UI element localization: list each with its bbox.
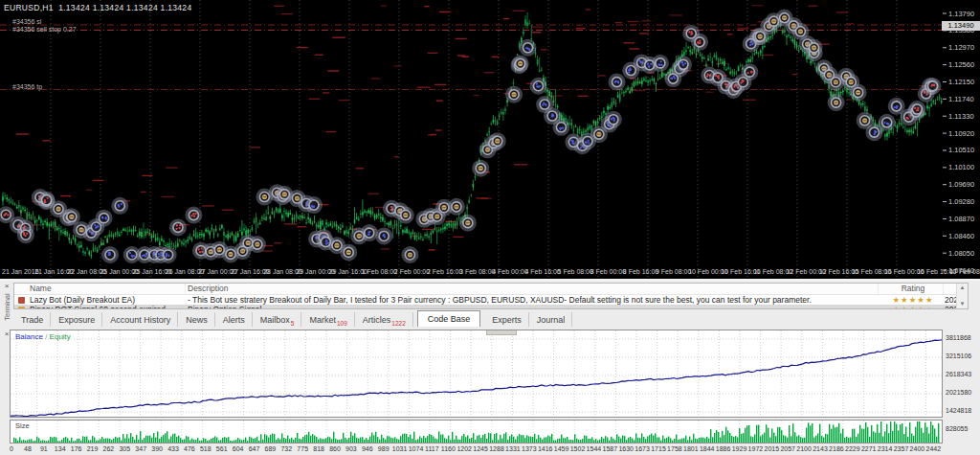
time-tick-label: 8 Feb 16:00	[623, 268, 658, 275]
terminal-side-strip: × Terminal	[0, 281, 13, 329]
scroll-up-icon[interactable]: ▲	[957, 284, 968, 292]
column-header-name[interactable]: Name	[30, 284, 52, 294]
star-filled-icon: ★	[892, 305, 901, 309]
splitter-grip[interactable]	[486, 330, 517, 335]
price-tick-label: 1.10510	[948, 146, 974, 154]
price-tick-label: 1.12560	[948, 60, 974, 69]
trade-tick-label: 176	[71, 445, 82, 452]
column-header-rating[interactable]: Rating	[880, 284, 946, 294]
tab-label: Experts	[492, 315, 522, 325]
column-header-description[interactable]: Description	[188, 284, 877, 294]
star-filled-icon: ★	[917, 305, 925, 309]
trade-tick-label: 2143	[813, 445, 828, 452]
time-tick-label: 3 Feb 08:00	[459, 268, 495, 275]
terminal-vertical-label: Terminal	[3, 288, 11, 327]
ea-file-icon	[18, 297, 25, 304]
trade-tick-label: 647	[249, 445, 260, 452]
tab-label: Mailbox	[260, 315, 290, 325]
balance-tick-label: 2021580	[946, 389, 980, 396]
star-filled-icon: ★	[917, 295, 925, 305]
trade-tick-label: 134	[55, 445, 66, 452]
trade-tick-label: 91	[40, 445, 48, 452]
trade-tick-label: 1202	[457, 445, 472, 452]
time-tick-label: 2 Feb 16:00	[427, 268, 462, 275]
star-filled-icon: ★	[892, 295, 901, 305]
current-price-badge: 1.13490	[942, 21, 980, 31]
trade-tick-label: 305	[119, 445, 130, 452]
trade-tick-label: 946	[362, 445, 373, 452]
ea-name: Lazy Bot (Daily Breakout EA)	[30, 295, 135, 305]
trade-tick-label: 1544	[587, 445, 602, 452]
trade-tick-label: 1630	[618, 445, 634, 452]
tab-label: Market	[309, 315, 336, 325]
time-tick-label: 1 Feb 08:00	[362, 268, 397, 275]
tab-count-badge: 109	[337, 320, 347, 327]
trade-tick-label: 818	[313, 445, 324, 452]
order-line-label: #34356 sell stop 0.27	[12, 26, 77, 33]
trade-tick-label: 989	[378, 445, 390, 452]
time-tick-label: 4 Feb 16:00	[524, 268, 560, 275]
time-tick-label: 4 Feb 00:00	[492, 268, 527, 275]
trade-tick-label: 2314	[878, 445, 893, 452]
table-row[interactable]: Binary DOT Signal 60 second expiredBinar…	[14, 305, 968, 309]
time-tick-label: 21 Jan 2016	[2, 268, 39, 275]
tab-label: News	[186, 315, 208, 325]
column-divider	[185, 284, 186, 294]
balance-tick-label: 2618343	[946, 371, 980, 377]
size-histogram-panel[interactable]: Size	[10, 420, 943, 444]
trade-tick-label: 1459	[554, 445, 569, 452]
balance-graph-panel[interactable]: Balance / Equity	[10, 330, 943, 418]
trade-tick-label: 1587	[603, 445, 618, 452]
price-chart-panel[interactable]: 1.137901.133801.129701.125601.121501.117…	[0, 0, 980, 279]
balance-tick-label: 3811868	[946, 334, 980, 341]
trade-tick-label: 2015	[765, 445, 780, 452]
trade-tick-label: 433	[167, 445, 179, 452]
trade-tick-label: 1117	[425, 445, 439, 452]
trade-tick-label: 689	[265, 445, 277, 452]
tab-label: Exposure	[58, 315, 95, 325]
trade-tick-label: 2229	[845, 445, 860, 452]
trade-tick-label: 903	[345, 445, 357, 452]
scroll-down-icon[interactable]: ▼	[957, 300, 968, 308]
trade-tick-label: 262	[103, 445, 115, 452]
price-tick-label: 1.11740	[948, 95, 974, 103]
trade-tick-label: 1160	[441, 445, 456, 452]
order-line-label: #34356 sl	[12, 18, 41, 25]
trade-tick-label: 0	[10, 445, 13, 452]
order-line-label: #34356 tp	[12, 83, 42, 90]
trade-tick-label: 1886	[716, 445, 731, 452]
rating-stars: ★★★★★	[880, 305, 946, 309]
graph-legend: Balance / Equity	[15, 332, 71, 341]
ea-file-icon	[18, 307, 25, 309]
tab-label: Alerts	[223, 315, 245, 325]
legend-separator: /	[43, 332, 50, 341]
price-tick-label: 1.12970	[948, 43, 974, 52]
trade-tick-label: 2100	[796, 445, 812, 452]
chart-ohlc-header: EURUSD,H1 1.13424 1.13424 1.13424 1.1342…	[4, 3, 191, 12]
table-header-row[interactable]: Name Description Rating Date ▼	[14, 284, 968, 295]
price-tick-label: 1.08870	[948, 215, 974, 223]
table-scrollbar[interactable]: ▲ ▼	[956, 284, 968, 308]
trade-tick-label: 518	[200, 445, 212, 452]
rating-stars: ★★★★★	[880, 295, 946, 305]
codebase-table: Name Description Rating Date ▼ Lazy Bot …	[13, 283, 969, 309]
time-tick-label: 8 Feb 00:00	[590, 268, 626, 275]
time-tick-label: 5 Feb 08:00	[558, 268, 593, 275]
trade-tick-label: 476	[184, 445, 195, 452]
tab-label: Account History	[110, 315, 170, 325]
trade-tick-label: 1758	[667, 445, 682, 452]
trade-tick-label: 1929	[732, 445, 747, 452]
price-tick-label: 1.10920	[948, 129, 974, 138]
balance-curve	[11, 330, 942, 417]
trade-tick-label: 860	[329, 445, 341, 452]
trade-tick-label: 1031	[392, 445, 408, 452]
trade-tick-label: 48	[24, 445, 32, 452]
ea-name: Binary DOT Signal 60 second expired	[30, 305, 166, 309]
trade-tick-label: 561	[216, 445, 228, 452]
candlestick-chart[interactable]: 1.137901.133801.129701.125601.121501.117…	[0, 0, 980, 279]
table-row[interactable]: Lazy Bot (Daily Breakout EA)- This Bot u…	[14, 295, 968, 305]
tab-label: Articles	[363, 315, 391, 325]
trade-tick-label: 1331	[505, 445, 521, 452]
time-tick-label: 9 Feb 08:00	[656, 268, 691, 275]
size-label: Size	[15, 421, 30, 430]
